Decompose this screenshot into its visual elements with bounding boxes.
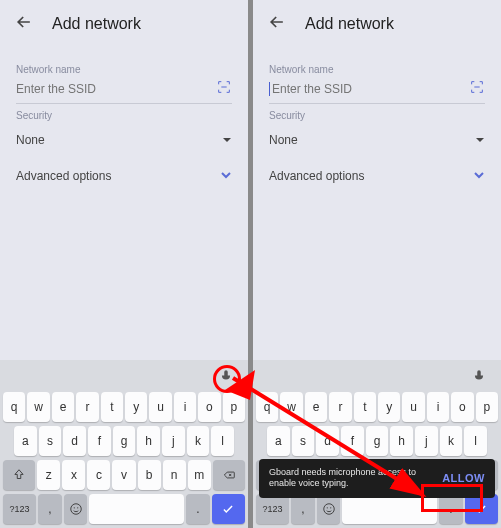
key-y[interactable]: y (125, 392, 147, 422)
key-q[interactable]: q (256, 392, 278, 422)
key-p[interactable]: p (223, 392, 245, 422)
key-g[interactable]: g (366, 426, 389, 456)
svg-point-2 (77, 507, 78, 508)
advanced-options-row[interactable]: Advanced options (16, 167, 232, 185)
key-x[interactable]: x (62, 460, 85, 490)
svg-point-1 (73, 507, 74, 508)
period-key[interactable]: . (186, 494, 210, 524)
ssid-input-row (16, 79, 232, 104)
phone-screenshot-right: Add network Network name Security None A… (253, 0, 501, 528)
key-t[interactable]: t (354, 392, 376, 422)
key-h[interactable]: h (137, 426, 160, 456)
security-dropdown[interactable]: None (16, 125, 232, 155)
key-j[interactable]: j (415, 426, 438, 456)
page-title: Add network (305, 15, 394, 33)
key-row-4: ?123 , . (0, 494, 248, 524)
svg-point-0 (70, 504, 81, 515)
key-g[interactable]: g (113, 426, 136, 456)
annotation-rectangle (421, 484, 483, 512)
advanced-options-row[interactable]: Advanced options (269, 167, 485, 185)
microphone-icon[interactable] (469, 366, 489, 386)
keyboard: q w e r t y u i o p a s d f g h j k l z … (0, 360, 248, 528)
key-v[interactable]: v (112, 460, 135, 490)
key-k[interactable]: k (187, 426, 210, 456)
key-row-2: a s d f g h j k l (0, 426, 248, 456)
back-arrow-icon[interactable] (14, 12, 34, 36)
key-row-1: q w e r t y u i o p (0, 392, 248, 422)
enter-key[interactable] (212, 494, 245, 524)
key-r[interactable]: r (329, 392, 351, 422)
key-w[interactable]: w (280, 392, 302, 422)
key-c[interactable]: c (87, 460, 110, 490)
key-p[interactable]: p (476, 392, 498, 422)
svg-point-4 (326, 507, 327, 508)
form-content: Network name Security None Advanced opti… (253, 48, 501, 360)
caret-down-icon (222, 131, 232, 149)
key-u[interactable]: u (402, 392, 424, 422)
chevron-down-icon (220, 167, 232, 185)
key-o[interactable]: o (198, 392, 220, 422)
key-o[interactable]: o (451, 392, 473, 422)
key-e[interactable]: e (305, 392, 327, 422)
emoji-key[interactable] (317, 494, 341, 524)
key-l[interactable]: l (464, 426, 487, 456)
key-l[interactable]: l (211, 426, 234, 456)
key-row-2: a s d f g h j k l (253, 426, 501, 456)
back-arrow-icon[interactable] (267, 12, 287, 36)
security-value: None (269, 133, 298, 147)
key-s[interactable]: s (292, 426, 315, 456)
suggestion-bar (0, 366, 248, 392)
key-e[interactable]: e (52, 392, 74, 422)
key-f[interactable]: f (88, 426, 111, 456)
space-key[interactable] (89, 494, 184, 524)
security-dropdown[interactable]: None (269, 125, 485, 155)
key-y[interactable]: y (378, 392, 400, 422)
qr-scan-icon[interactable] (216, 79, 232, 99)
security-value: None (16, 133, 45, 147)
key-row-1: q w e r t y u i o p (253, 392, 501, 422)
key-q[interactable]: q (3, 392, 25, 422)
key-b[interactable]: b (138, 460, 161, 490)
network-name-label: Network name (16, 64, 232, 75)
key-j[interactable]: j (162, 426, 185, 456)
key-i[interactable]: i (427, 392, 449, 422)
key-m[interactable]: m (188, 460, 211, 490)
snackbar-message: Gboard needs microphone access to enable… (269, 467, 434, 490)
key-d[interactable]: d (316, 426, 339, 456)
key-h[interactable]: h (390, 426, 413, 456)
advanced-options-label: Advanced options (269, 169, 364, 183)
key-k[interactable]: k (440, 426, 463, 456)
page-title: Add network (52, 15, 141, 33)
snackbar-allow-button[interactable]: ALLOW (442, 472, 485, 484)
key-t[interactable]: t (101, 392, 123, 422)
comma-key[interactable]: , (38, 494, 62, 524)
key-s[interactable]: s (39, 426, 62, 456)
key-a[interactable]: a (267, 426, 290, 456)
emoji-key[interactable] (64, 494, 88, 524)
backspace-key[interactable] (213, 460, 245, 490)
key-d[interactable]: d (63, 426, 86, 456)
text-cursor (269, 82, 270, 96)
svg-point-3 (323, 504, 334, 515)
numbers-key[interactable]: ?123 (256, 494, 289, 524)
phone-screenshot-left: Add network Network name Security None A… (0, 0, 248, 528)
qr-scan-icon[interactable] (469, 79, 485, 99)
key-f[interactable]: f (341, 426, 364, 456)
key-a[interactable]: a (14, 426, 37, 456)
key-n[interactable]: n (163, 460, 186, 490)
annotation-circle (213, 365, 241, 393)
key-z[interactable]: z (37, 460, 60, 490)
comma-key[interactable]: , (291, 494, 315, 524)
security-label: Security (269, 110, 485, 121)
key-w[interactable]: w (27, 392, 49, 422)
key-u[interactable]: u (149, 392, 171, 422)
ssid-input[interactable] (272, 82, 469, 96)
security-label: Security (16, 110, 232, 121)
shift-key[interactable] (3, 460, 35, 490)
key-i[interactable]: i (174, 392, 196, 422)
key-r[interactable]: r (76, 392, 98, 422)
numbers-key[interactable]: ?123 (3, 494, 36, 524)
advanced-options-label: Advanced options (16, 169, 111, 183)
form-content: Network name Security None Advanced opti… (0, 48, 248, 360)
ssid-input[interactable] (16, 82, 216, 96)
